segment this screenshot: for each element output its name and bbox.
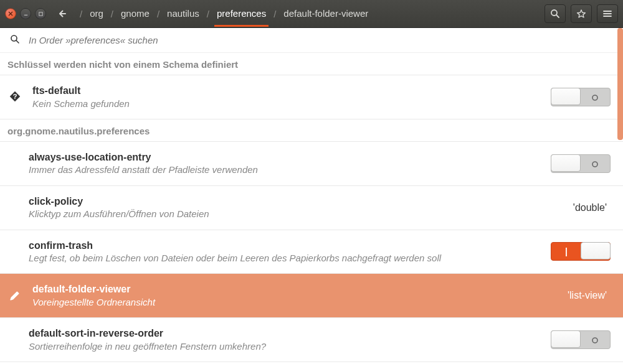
close-window-button[interactable] xyxy=(5,8,16,19)
row-desc: Voreingestellte Ordneransicht xyxy=(32,296,558,309)
section-header: Schlüssel werden nicht von einem Schema … xyxy=(0,53,623,75)
breadcrumb-separator: / xyxy=(107,9,117,19)
maximize-window-button[interactable] xyxy=(35,8,46,19)
content-area: Schlüssel werden nicht von einem Schema … xyxy=(0,28,623,364)
window-controls xyxy=(5,8,46,19)
setting-row-always-use-location-entry[interactable]: always-use-location-entry Immer das Adre… xyxy=(0,142,623,186)
toggle-switch[interactable] xyxy=(551,88,611,106)
row-title: fts-default xyxy=(32,84,541,98)
toggle-switch[interactable] xyxy=(551,154,611,173)
setting-row-fts-default[interactable]: ? fts-default Kein Schema gefunden xyxy=(0,75,623,119)
setting-row-default-folder-viewer[interactable]: default-folder-viewer Voreingestellte Or… xyxy=(0,274,623,318)
row-title: always-use-location-entry xyxy=(29,151,541,164)
scrollbar[interactable] xyxy=(617,28,623,140)
row-desc: Legt fest, ob beim Löschen von Dateien o… xyxy=(29,252,541,264)
toggle-switch[interactable] xyxy=(551,330,611,349)
breadcrumb-item[interactable]: nautilus xyxy=(164,1,202,27)
breadcrumb-item[interactable]: org xyxy=(87,1,106,27)
row-title: default-sort-in-reverse-order xyxy=(29,327,541,340)
row-title: click-policy xyxy=(29,195,563,208)
row-text: click-policy Klicktyp zum Ausführen/Öffn… xyxy=(29,195,563,221)
menu-button[interactable] xyxy=(597,4,618,23)
setting-row-default-sort-in-reverse-order[interactable]: default-sort-in-reverse-order Sortierrei… xyxy=(0,318,623,362)
breadcrumb-separator: / xyxy=(76,9,86,19)
row-value: 'double' xyxy=(573,202,611,213)
svg-point-6 xyxy=(592,338,597,343)
breadcrumb-item[interactable]: default-folder-viewer xyxy=(281,1,371,27)
search-icon xyxy=(10,34,20,46)
back-icon[interactable] xyxy=(56,7,70,21)
svg-rect-0 xyxy=(39,12,42,15)
row-title: default-folder-viewer xyxy=(32,282,558,296)
row-text: always-use-location-entry Immer das Adre… xyxy=(29,151,541,177)
search-button[interactable] xyxy=(545,4,566,23)
row-desc: Kein Schema gefunden xyxy=(32,98,541,110)
row-text: default-sort-in-reverse-order Sortierrei… xyxy=(29,327,541,353)
row-text: fts-default Kein Schema gefunden xyxy=(32,84,541,110)
row-desc: Immer das Adressfeld anstatt der Pfadlei… xyxy=(29,164,541,176)
titlebar-actions xyxy=(545,4,618,23)
row-title: confirm-trash xyxy=(29,239,541,253)
row-value: 'list-view' xyxy=(568,290,611,301)
pencil-icon xyxy=(7,290,22,301)
svg-point-5 xyxy=(592,162,597,167)
svg-point-4 xyxy=(592,95,597,100)
breadcrumb: / org / gnome / nautilus / preferences /… xyxy=(76,1,542,27)
search-input[interactable] xyxy=(29,35,613,45)
setting-row-click-policy[interactable]: click-policy Klicktyp zum Ausführen/Öffn… xyxy=(0,186,623,230)
svg-text:?: ? xyxy=(13,93,17,100)
search-row xyxy=(0,28,623,53)
row-desc: Klicktyp zum Ausführen/Öffnen von Dateie… xyxy=(29,208,563,220)
breadcrumb-separator: / xyxy=(203,9,213,19)
breadcrumb-separator: / xyxy=(153,9,163,19)
minimize-window-button[interactable] xyxy=(20,8,31,19)
question-icon: ? xyxy=(7,90,22,104)
breadcrumb-separator: / xyxy=(270,9,280,19)
section-header: org.gnome.nautilus.preferences xyxy=(0,119,623,142)
row-desc: Sortierreihenfolge in neu geöffneten Fen… xyxy=(29,340,541,353)
row-text: default-folder-viewer Voreingestellte Or… xyxy=(32,282,558,309)
bookmark-button[interactable] xyxy=(571,4,592,23)
titlebar: / org / gnome / nautilus / preferences /… xyxy=(0,0,623,28)
toggle-switch[interactable]: | xyxy=(551,242,611,261)
breadcrumb-item-active[interactable]: preferences xyxy=(214,1,269,27)
row-text: confirm-trash Legt fest, ob beim Löschen… xyxy=(29,239,541,265)
breadcrumb-item[interactable]: gnome xyxy=(118,1,152,27)
setting-row-confirm-trash[interactable]: confirm-trash Legt fest, ob beim Löschen… xyxy=(0,230,623,274)
